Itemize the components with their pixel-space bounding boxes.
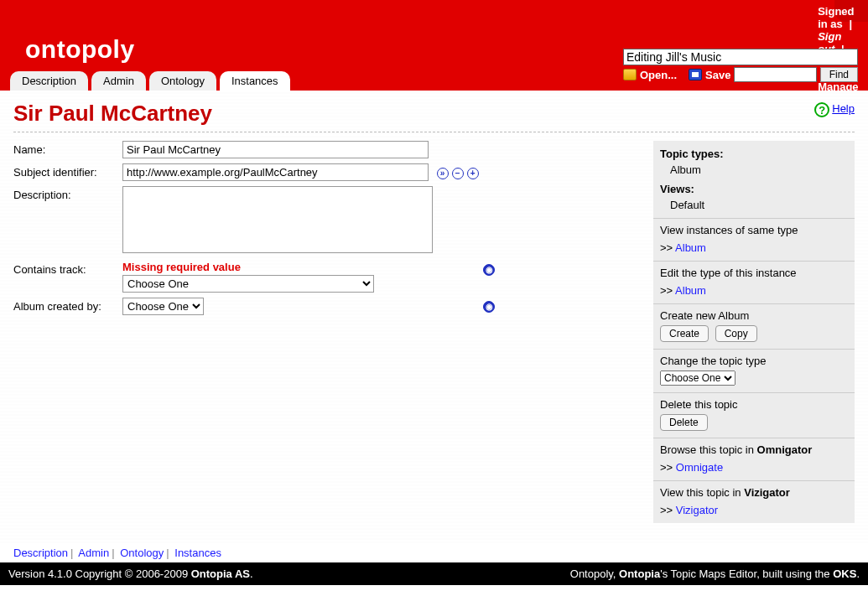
tab-instances[interactable]: Instances [220, 71, 290, 91]
footer-right: Ontopoly, Ontopia's Topic Maps Editor, b… [570, 567, 860, 580]
sidebar: Topic types: Album Views: Default View i… [653, 141, 855, 523]
topic-box: Open... Save Find [623, 49, 858, 82]
name-label: Name: [13, 141, 122, 156]
footer-left: Version 4.1.0 Copyright © 2006-2009 Onto… [8, 567, 253, 580]
edit-type-label: Edit the type of this instance [660, 267, 848, 279]
bottom-instances-link[interactable]: Instances [174, 547, 221, 559]
copy-button[interactable]: Copy [715, 325, 757, 342]
tabs: Description Admin Ontology Instances [10, 71, 290, 91]
open-link[interactable]: Open... [640, 69, 677, 81]
subject-identifier-label: Subject identifier: [13, 163, 122, 179]
views-heading: Views: [660, 181, 848, 197]
topic-types-heading: Topic types: [660, 146, 848, 162]
name-input[interactable] [122, 141, 429, 158]
change-type-label: Change the topic type [660, 355, 848, 367]
help-link[interactable]: ?Help [814, 102, 855, 117]
tab-ontology[interactable]: Ontology [149, 71, 216, 91]
folder-open-icon [623, 69, 637, 80]
help-icon: ? [814, 102, 829, 117]
bottom-description-link[interactable]: Description [13, 547, 68, 559]
logo: ontopoly [25, 35, 135, 64]
create-button[interactable]: Create [660, 325, 709, 342]
form: Name: Subject identifier: » − + Descri [13, 141, 640, 523]
header: Signed in as | Sign out | Home | Manage … [0, 0, 868, 91]
page-title: Sir Paul McCartney [13, 101, 855, 127]
browse-omnigator-label: Browse this topic in Omnigator [660, 443, 848, 456]
topnav: Signed in as | Sign out | Home | Manage … [834, 0, 868, 22]
goto-icon[interactable]: » [437, 168, 449, 179]
bottom-ontology-link[interactable]: Ontology [120, 547, 164, 559]
subject-identifier-input[interactable] [122, 163, 429, 181]
views-value: Default [660, 197, 848, 211]
bottom-links: Description| Admin| Ontology| Instances [0, 543, 868, 562]
bottom-admin-link[interactable]: Admin [78, 547, 109, 559]
contains-track-select[interactable]: Choose One [122, 275, 374, 293]
view-vizigator-label: View this topic in Vizigator [660, 486, 848, 499]
delete-topic-label: Delete this topic [660, 398, 848, 411]
created-by-label: Album created by: [13, 298, 122, 313]
editing-title-input[interactable] [623, 49, 858, 65]
track-error: Missing required value [122, 261, 483, 273]
description-label: Description: [13, 186, 122, 201]
remove-icon[interactable]: − [452, 168, 464, 179]
create-new-label: Create new Album [660, 309, 848, 322]
vizigator-link[interactable]: Vizigator [676, 504, 718, 516]
content: ?Help Sir Paul McCartney Name: Subject i… [0, 91, 868, 543]
omnigate-link[interactable]: Omnigate [676, 461, 723, 474]
tab-description[interactable]: Description [10, 71, 88, 91]
delete-button[interactable]: Delete [660, 414, 708, 431]
view-instances-label: View instances of same type [660, 224, 848, 236]
target-icon[interactable]: ◉ [483, 301, 495, 313]
tab-admin[interactable]: Admin [91, 71, 146, 91]
change-type-select[interactable]: Choose One [660, 371, 735, 386]
find-button[interactable]: Find [820, 67, 858, 82]
topic-type-value: Album [660, 162, 848, 176]
created-by-select[interactable]: Choose One [122, 298, 204, 315]
footer: Version 4.1.0 Copyright © 2006-2009 Onto… [0, 562, 868, 585]
add-icon[interactable]: + [467, 168, 479, 179]
description-textarea[interactable] [122, 186, 433, 253]
view-instances-link[interactable]: Album [675, 241, 706, 254]
contains-track-label: Contains track: [13, 261, 122, 276]
edit-type-link[interactable]: Album [675, 284, 706, 297]
save-link[interactable]: Save [705, 69, 730, 81]
target-icon[interactable]: ◉ [483, 264, 495, 276]
find-input[interactable] [734, 67, 816, 82]
save-icon [689, 69, 702, 80]
divider [13, 132, 855, 132]
